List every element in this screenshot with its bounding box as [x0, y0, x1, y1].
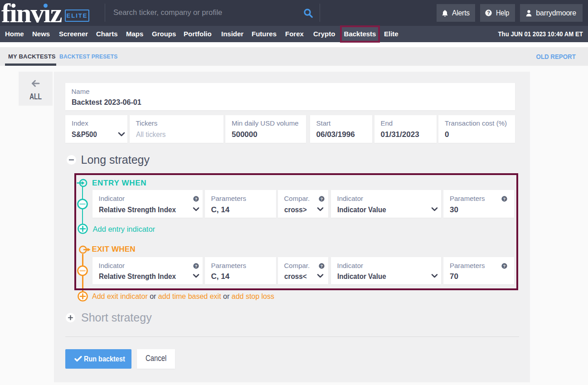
- svg-text:?: ?: [487, 10, 490, 15]
